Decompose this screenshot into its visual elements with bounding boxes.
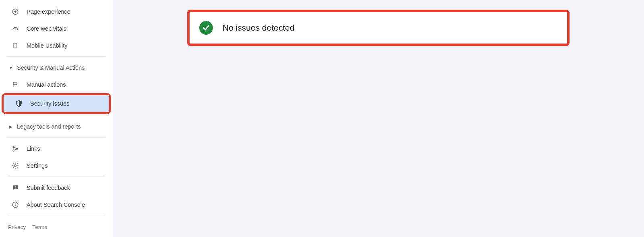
svg-rect-4	[14, 43, 17, 48]
svg-line-8	[14, 147, 17, 148]
section-header-security[interactable]: ▼ Security & Manual Actions	[0, 59, 113, 76]
highlight-annotation-sidebar: Security issues	[2, 93, 111, 114]
svg-line-9	[14, 149, 17, 150]
svg-rect-12	[15, 188, 16, 189]
section-header-legacy[interactable]: ▶ Legacy tools and reports	[0, 118, 113, 135]
footer-links: Privacy Terms	[0, 218, 113, 234]
divider	[7, 177, 105, 177]
sidebar-item-label: Page experience	[27, 8, 70, 15]
highlight-annotation-main: No issues detected	[187, 10, 570, 46]
svg-point-15	[15, 203, 16, 204]
section-header-label: Legacy tools and reports	[17, 123, 81, 130]
sidebar-item-mobile-usability[interactable]: Mobile Usability	[0, 37, 113, 54]
divider	[7, 137, 105, 138]
mobile-icon	[11, 42, 19, 50]
sidebar-item-page-experience[interactable]: Page experience	[0, 3, 113, 20]
shield-icon	[15, 100, 23, 108]
sidebar-item-links[interactable]: Links	[0, 140, 113, 157]
svg-point-6	[17, 148, 18, 150]
svg-point-7	[13, 150, 14, 151]
section-header-label: Security & Manual Actions	[17, 64, 85, 71]
speedometer-icon	[11, 25, 19, 33]
sidebar-item-settings[interactable]: Settings	[0, 157, 113, 174]
divider	[7, 56, 105, 57]
svg-rect-11	[15, 186, 16, 187]
sidebar-item-label: Core web vitals	[27, 25, 66, 32]
sidebar-item-label: Security issues	[30, 100, 70, 107]
footer-terms-link[interactable]: Terms	[32, 224, 47, 230]
main-content: No issues detected	[113, 0, 644, 237]
status-message: No issues detected	[223, 23, 295, 33]
checkmark-success-icon	[199, 21, 213, 35]
sidebar-item-label: Settings	[27, 162, 47, 169]
links-icon	[11, 145, 19, 153]
sidebar-item-label: About Search Console	[27, 202, 85, 208]
chevron-down-icon: ▼	[9, 66, 13, 70]
sidebar-item-label: Mobile Usability	[27, 42, 68, 49]
svg-point-5	[13, 146, 14, 148]
feedback-icon	[11, 184, 19, 192]
svg-line-3	[15, 28, 17, 29]
sidebar: Page experience Core web vitals Mobile U…	[0, 0, 113, 237]
gauge-plus-icon	[11, 8, 19, 16]
divider	[7, 216, 105, 216]
sidebar-item-label: Submit feedback	[27, 185, 70, 191]
footer-privacy-link[interactable]: Privacy	[8, 224, 26, 230]
chevron-right-icon: ▶	[9, 125, 13, 129]
sidebar-item-label: Links	[27, 146, 40, 152]
sidebar-item-core-web-vitals[interactable]: Core web vitals	[0, 20, 113, 37]
info-icon	[11, 201, 19, 209]
sidebar-item-label: Manual actions	[27, 81, 66, 88]
sidebar-item-manual-actions[interactable]: Manual actions	[0, 76, 113, 93]
flag-icon	[11, 81, 19, 89]
sidebar-item-about[interactable]: About Search Console	[0, 196, 113, 213]
status-panel: No issues detected	[190, 12, 567, 44]
sidebar-item-submit-feedback[interactable]: Submit feedback	[0, 179, 113, 196]
gear-icon	[11, 162, 19, 170]
sidebar-item-security-issues[interactable]: Security issues	[4, 95, 109, 112]
svg-point-10	[14, 165, 17, 167]
